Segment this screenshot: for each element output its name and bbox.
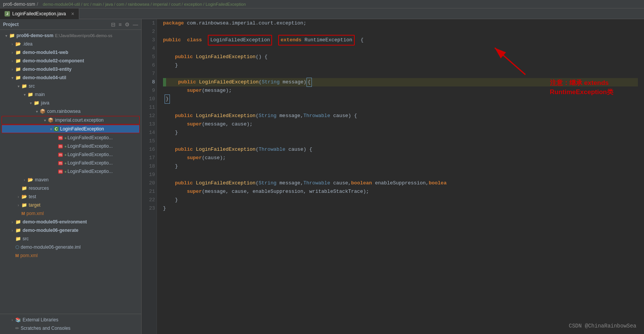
item-label: resources [29,186,49,191]
expand-icon: ▾ [34,109,40,114]
expand-icon: ▾ [9,76,15,80]
module-icon: 📁 [15,75,21,80]
tree-item-test[interactable]: › 📂 test [0,192,141,201]
settings-icon[interactable]: ⚙ [125,21,130,28]
expand-icon: › [9,42,15,46]
item-label: .idea [23,41,33,47]
tree-item-pom[interactable]: M pom.xml [0,209,141,218]
code-line-9: super (message); [163,86,638,95]
item-label: LoginFailedException [60,126,104,132]
tree-item-module02[interactable]: › 📁 demo-module02-component [0,57,141,65]
tree-item-lfe3[interactable]: m ● LoginFailedExceptio... [0,150,141,159]
tree-item-module01[interactable]: › 📁 demo-module01-web [0,48,141,57]
folder-icon: 📂 [28,177,33,182]
ln-22: 22 [143,196,155,204]
tree-item-loginfailed[interactable]: ▾ C LoginFailedException [2,125,140,133]
code-line-22: } [163,196,638,204]
tree-item-pro06[interactable]: ▾ 📁 pro06-demo-ssm E:\Java\Maven\pro06-d… [0,31,141,40]
editor: 1 2 3 4 5 6 7 8 9 10 11 12 13 14 15 16 1… [142,19,644,334]
sidebar-tree: ▾ 📁 pro06-demo-ssm E:\Java\Maven\pro06-d… [0,30,141,314]
item-label: demo-module02-component [23,58,84,64]
tree-item-target[interactable]: › 📁 target [0,201,141,209]
item-label: pom.xml [20,253,37,258]
tree-item-lfe1[interactable]: m ● LoginFailedExceptio... [0,134,141,142]
folder-icon: 📁 [28,92,33,97]
item-label: demo-module06-generate.iml [21,244,81,250]
item-label: demo-module03-entity [23,67,72,72]
code-area[interactable]: package com.rainbowsea.imperial.court.ex… [157,19,644,334]
tree-item-maven[interactable]: › 📂 maven [0,176,141,184]
tree-item-iml[interactable]: ⬡ demo-module06-generate.iml [0,243,141,251]
tree-item-java[interactable]: ▾ 📁 java [0,99,141,107]
tree-item-lfe4[interactable]: m ● LoginFailedExceptio... [0,159,141,167]
expand-icon: ▾ [28,101,34,105]
tab-close[interactable]: × [71,11,74,17]
module-icon: 📁 [9,33,15,38]
file-tab[interactable]: J LoginFailedException.java × [0,8,79,19]
item-label: imperial.court.exception [55,117,104,123]
java-file-icon: J [5,11,10,16]
tree-item-package-imperial[interactable]: ▾ 📦 imperial.court.exception [2,116,140,124]
tree-item-idea[interactable]: › 📂 .idea [0,40,141,48]
expand-icon: ▾ [42,118,48,122]
tree-item-module05[interactable]: › 📁 demo-module05-environment [0,218,141,226]
ln-20: 20 [143,179,155,187]
tree-item-src2[interactable]: 📁 src [0,235,141,243]
tab-label: LoginFailedException.java [12,11,66,16]
folder-icon: 📁 [21,202,27,208]
project-title: pro6-demo-ssm [3,2,35,7]
external-libraries-item[interactable]: › 📚 External Libraries [0,316,141,324]
ln-17: 17 [143,154,155,162]
folder-icon: 📂 [15,41,21,47]
item-label: pro06-demo-ssm [16,33,54,38]
sidebar-toolbar: ⊟ ≡ ⚙ — [111,21,138,28]
tree-item-lfe5[interactable]: m ● LoginFailedExceptio... [0,167,141,176]
code-line-15 [163,137,638,145]
item-label: LoginFailedExceptio... [67,169,112,174]
scratches-item[interactable]: ✏ Scratches and Consoles [0,324,141,332]
expand-icon: ▾ [48,127,54,131]
minimize-icon[interactable]: — [133,21,138,28]
watermark: CSDN @ChinaRainbowSea [569,322,636,330]
code-line-8: public LoginFailedException (String mess… [163,78,638,86]
class-icon: C [54,127,59,131]
ln-23: 23 [143,204,155,213]
ln-11: 11 [143,103,155,112]
ln-21: 21 [143,187,155,196]
editor-content[interactable]: 1 2 3 4 5 6 7 8 9 10 11 12 13 14 15 16 1… [142,19,644,334]
item-label: maven [35,177,49,182]
type-icon: ● [64,136,67,140]
item-label: Scratches and Consoles [21,326,70,331]
expand-all-icon[interactable]: ≡ [119,21,122,28]
expand-icon: › [15,203,21,207]
folder-icon: 📁 [34,100,39,106]
code-line-10: } [163,95,638,103]
tree-item-lfe2[interactable]: m ● LoginFailedExceptio... [0,142,141,150]
tree-item-main[interactable]: ▾ 📁 main [0,90,141,99]
expand-icon: › [9,220,15,224]
code-line-19 [163,171,638,179]
module-icon: 📁 [15,67,21,72]
tree-item-module03[interactable]: › 📁 demo-module03-entity [0,65,141,73]
folder-icon: 📁 [15,236,21,241]
type-icon: ● [64,153,67,157]
ln-6: 6 [143,61,155,70]
item-label: LoginFailedExceptio... [67,152,112,157]
tree-item-pom2[interactable]: M pom.xml [0,251,141,260]
tree-item-package-com[interactable]: ▾ 📦 com.rainbowsea [0,107,141,116]
tree-item-resources[interactable]: 📁 resources [0,184,141,192]
item-label: test [29,194,36,199]
scratches-icon: ✏ [15,326,19,331]
item-label: demo-module04-util [23,75,66,80]
pom-icon: M [21,211,25,216]
tree-item-module06[interactable]: › 📁 demo-module06-generate [0,226,141,235]
code-line-14: } [163,129,638,137]
item-label: demo-module05-environment [23,219,87,225]
tab-bar: J LoginFailedException.java × [0,8,644,19]
collapse-all-icon[interactable]: ⊟ [111,21,116,28]
tree-item-src[interactable]: ▾ 📁 src [0,82,141,90]
expand-icon: › [9,59,15,63]
code-line-21: super (message, cause, enableSuppression… [163,187,638,196]
keyword: package [163,19,184,28]
tree-item-module04[interactable]: ▾ 📁 demo-module04-util [0,73,141,82]
